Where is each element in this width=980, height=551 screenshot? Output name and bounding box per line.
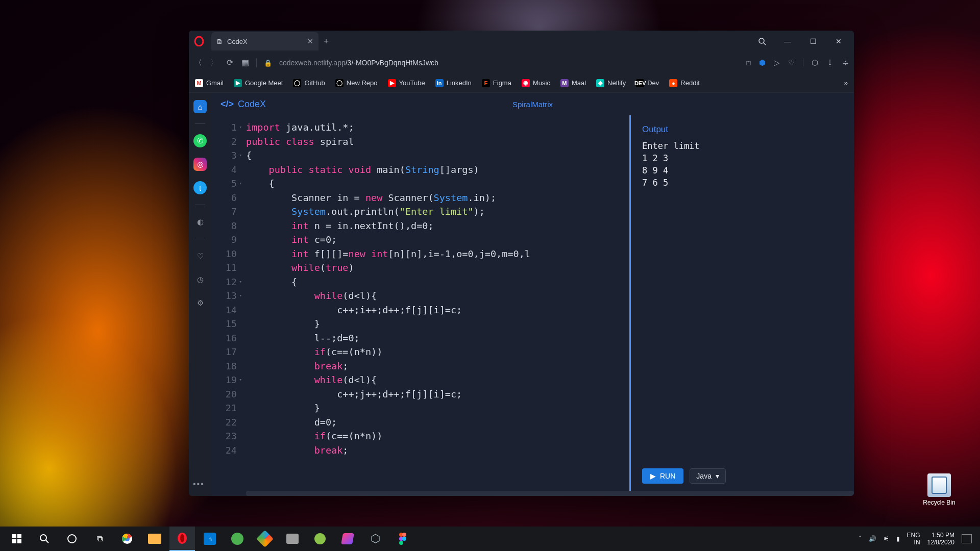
taskbar-taskview-button[interactable]: ⧉ xyxy=(87,527,112,551)
sidebar-player-icon[interactable]: ◐ xyxy=(193,215,207,229)
code-line[interactable]: c++;i++;d++;f[j][i]=c; xyxy=(246,303,530,317)
heart-icon[interactable]: ♡ xyxy=(788,58,795,67)
tray-notifications-icon[interactable] xyxy=(962,534,972,543)
sidebar-instagram-icon[interactable]: ◎ xyxy=(193,158,207,171)
nav-back-button[interactable]: 〈 xyxy=(194,58,202,68)
code-line[interactable]: public class spiral xyxy=(246,135,530,149)
url-field[interactable]: codexweb.netlify.app/3/-MO0PvBgDqnqHtMsJ… xyxy=(279,59,438,67)
code-line[interactable]: if(c==(n*n)) xyxy=(246,429,530,443)
taskbar-search-button[interactable] xyxy=(32,527,57,551)
code-line[interactable]: { xyxy=(246,148,530,163)
bookmark-item[interactable]: ◆Netlify xyxy=(596,79,626,87)
sidebar-settings-icon[interactable]: ⚙ xyxy=(193,296,207,310)
bookmark-item[interactable]: MGmail xyxy=(195,79,224,87)
code-line[interactable]: public static void main(String[]args) xyxy=(246,163,530,177)
taskbar-figma-icon[interactable] xyxy=(390,527,415,551)
code-line[interactable]: while(d<l){ xyxy=(246,289,530,303)
recycle-bin[interactable]: Recycle Bin xyxy=(919,473,960,506)
bookmark-item[interactable]: DEVDev xyxy=(636,79,659,87)
code-line[interactable]: { xyxy=(246,177,530,191)
taskbar-opera-icon[interactable] xyxy=(169,527,195,551)
sidebar-twitter-icon[interactable]: t xyxy=(193,181,207,194)
shield-icon[interactable]: ⬢ xyxy=(759,58,766,67)
sidebar-home-icon[interactable]: ⌂ xyxy=(193,100,207,113)
taskbar-chrome-icon[interactable] xyxy=(114,527,140,551)
snapshot-icon[interactable]: ⏍ xyxy=(746,58,751,67)
bookmark-item[interactable]: ◯GitHub xyxy=(293,79,325,87)
code-line[interactable]: d=0; xyxy=(246,415,530,430)
new-tab-button[interactable]: + xyxy=(318,36,334,47)
bookmark-item[interactable]: ▶Google Meet xyxy=(234,79,283,87)
code-line[interactable]: while(true) xyxy=(246,261,530,275)
taskbar-app-icon[interactable] xyxy=(252,527,278,551)
browser-tab[interactable]: 🗎 CodeX ✕ xyxy=(211,32,318,51)
window-maximize-button[interactable]: ☐ xyxy=(802,33,824,49)
downloads-icon[interactable]: ⭳ xyxy=(826,58,834,67)
window-close-button[interactable]: ✕ xyxy=(827,33,850,49)
nav-forward-button[interactable]: 〉 xyxy=(210,58,218,68)
tray-language[interactable]: ENGIN xyxy=(907,532,920,546)
code-editor[interactable]: 123456789101112131415161718192021222324 … xyxy=(211,115,629,491)
taskbar-app-icon[interactable] xyxy=(335,527,360,551)
speed-dial-icon[interactable]: ▦ xyxy=(241,58,249,68)
code-line[interactable]: Scanner in = new Scanner(System.in); xyxy=(246,191,530,205)
filename-label[interactable]: SpiralMatrix xyxy=(512,100,553,109)
code-line[interactable]: break; xyxy=(246,359,530,373)
editor-horizontal-scrollbar[interactable] xyxy=(246,491,854,496)
tray-overflow-icon[interactable]: ˄ xyxy=(859,535,862,542)
taskbar-app-icon[interactable] xyxy=(307,527,333,551)
language-select[interactable]: Java ▾ xyxy=(690,468,726,484)
taskbar-cortana-button[interactable] xyxy=(59,527,85,551)
nav-reload-button[interactable]: ⟳ xyxy=(227,58,233,68)
code-line[interactable]: int n = in.nextInt(),d=0; xyxy=(246,219,530,233)
bookmark-item[interactable]: ▶YouTube xyxy=(388,79,425,87)
taskbar-app-icon[interactable] xyxy=(280,527,305,551)
code-line[interactable]: if(c==(n*n)) xyxy=(246,345,530,359)
sidebar-heart-icon[interactable]: ♡ xyxy=(193,249,207,263)
code-line[interactable]: } xyxy=(246,317,530,331)
browser-window: 🗎 CodeX ✕ + — ☐ ✕ 〈 〉 ⟳ ▦ 🔒 codexweb.net… xyxy=(189,31,854,496)
code-line[interactable]: System.out.println("Enter limit"); xyxy=(246,205,530,219)
window-minimize-button[interactable]: — xyxy=(776,33,799,49)
code-line[interactable]: l--;d=0; xyxy=(246,331,530,345)
start-button[interactable] xyxy=(4,527,30,551)
tray-volume-icon[interactable]: 🔊 xyxy=(869,535,876,542)
bookmark-item[interactable]: FFigma xyxy=(482,79,511,87)
svg-point-18 xyxy=(399,541,403,545)
sidebar-more-icon[interactable]: ••• xyxy=(193,480,205,489)
code-line[interactable]: import java.util.*; xyxy=(246,120,530,135)
code-line[interactable]: { xyxy=(246,275,530,289)
bookmark-item[interactable]: ●Reddit xyxy=(669,79,700,87)
sidebar-whatsapp-icon[interactable]: ✆ xyxy=(193,134,207,147)
taskbar-app-icon[interactable] xyxy=(225,527,250,551)
run-button[interactable]: ▶ RUN xyxy=(642,468,683,484)
bookmarks-overflow-button[interactable]: » xyxy=(844,79,848,87)
taskbar-app-icon[interactable]: ⬡ xyxy=(362,527,388,551)
taskbar-vscode-icon[interactable]: ⋔ xyxy=(197,527,223,551)
line-number: 19 xyxy=(211,373,237,387)
tray-battery-icon[interactable]: ▮ xyxy=(896,535,900,542)
code-line[interactable]: break; xyxy=(246,443,530,458)
bookmark-item[interactable]: inLinkedIn xyxy=(435,79,472,87)
code-area[interactable]: import java.util.*;public class spiral{ … xyxy=(242,115,530,491)
tab-close-button[interactable]: ✕ xyxy=(307,37,313,45)
extensions-icon[interactable]: ⬡ xyxy=(812,58,818,67)
tray-wifi-icon[interactable]: ⚟ xyxy=(884,535,889,542)
opera-logo-icon[interactable] xyxy=(189,36,209,46)
code-line[interactable]: int f[][]=new int[n][n],i=-1,o=0,j=0,m=0… xyxy=(246,247,530,261)
bookmark-item[interactable]: MMaal xyxy=(560,79,586,87)
bookmark-item[interactable]: ◉Music xyxy=(522,79,550,87)
bookmark-item[interactable]: ◯New Repo xyxy=(335,79,378,87)
lock-icon[interactable]: 🔒 xyxy=(264,59,272,67)
code-line[interactable]: while(d<l){ xyxy=(246,373,530,387)
easy-setup-icon[interactable]: ≑ xyxy=(842,58,849,67)
sidebar-history-icon[interactable]: ◷ xyxy=(193,273,207,286)
send-icon[interactable]: ▷ xyxy=(774,58,780,67)
taskbar-explorer-icon[interactable] xyxy=(142,527,167,551)
svg-point-7 xyxy=(40,535,46,541)
code-line[interactable]: c++;j++;d++;f[j][i]=c; xyxy=(246,387,530,402)
code-line[interactable]: int c=0; xyxy=(246,233,530,247)
tray-clock[interactable]: 1:50 PM12/8/2020 xyxy=(927,532,954,546)
code-line[interactable]: } xyxy=(246,401,530,415)
tab-search-icon[interactable] xyxy=(751,33,773,49)
